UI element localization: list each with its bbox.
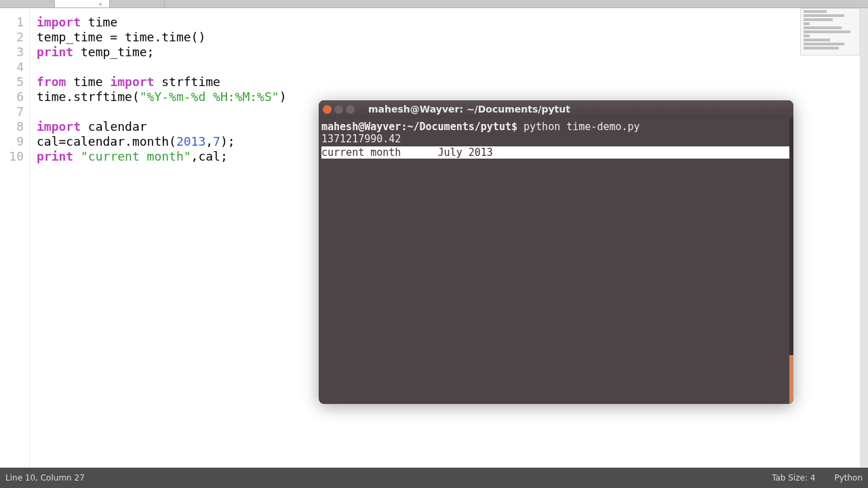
status-bar: Line 10, Column 27 Tab Size: 4 Python [0, 468, 868, 488]
terminal-titlebar[interactable]: mahesh@Wayver: ~/Documents/pytut [319, 100, 793, 118]
tab-1[interactable] [0, 0, 55, 7]
terminal-window[interactable]: mahesh@Wayver: ~/Documents/pytut mahesh@… [319, 100, 793, 404]
status-tabsize[interactable]: Tab Size: 4 [772, 473, 815, 483]
status-cursor-position[interactable]: Line 10, Column 27 [5, 473, 85, 483]
terminal-scrollbar[interactable] [789, 118, 793, 404]
maximize-icon[interactable] [346, 105, 355, 114]
terminal-output: 1371217990.42 [321, 133, 401, 145]
tab-2[interactable]: × [55, 0, 110, 7]
close-icon[interactable] [323, 105, 332, 114]
editor-tabbar: × [0, 0, 868, 8]
close-icon[interactable]: × [99, 1, 102, 7]
minimize-icon[interactable] [334, 105, 343, 114]
minimap[interactable] [800, 8, 860, 56]
line-number-gutter: 1 2 3 4 5 6 7 8 9 10 [0, 8, 30, 468]
tab-3[interactable] [110, 0, 165, 7]
terminal-title: mahesh@Wayver: ~/Documents/pytut [368, 104, 789, 115]
vertical-scrollbar[interactable] [860, 8, 868, 468]
terminal-body[interactable]: mahesh@Wayver:~/Documents/pytut$ python … [319, 118, 793, 161]
scrollbar-thumb[interactable] [789, 355, 793, 404]
terminal-output-selected: current month July 2013 [321, 146, 791, 159]
status-language[interactable]: Python [834, 473, 863, 483]
